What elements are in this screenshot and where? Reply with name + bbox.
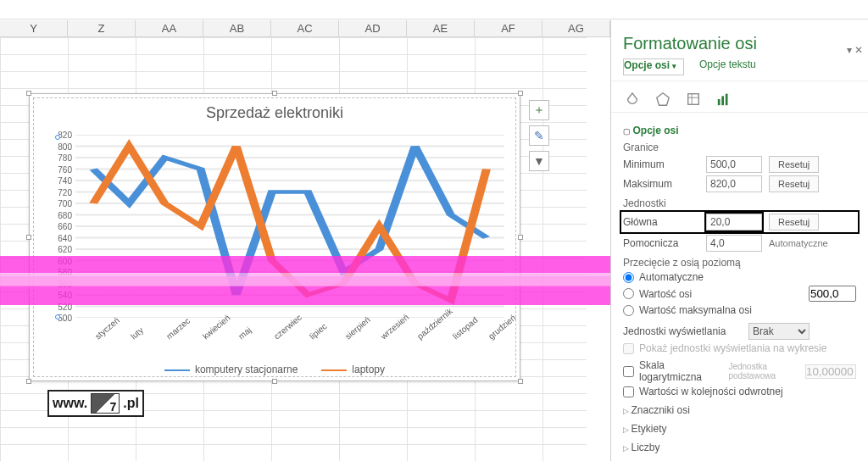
axis-options-icon[interactable]: [715, 90, 733, 108]
tab-text-options[interactable]: Opcje tekstu: [699, 58, 756, 75]
chart-filter-button[interactable]: ▼: [529, 151, 549, 171]
y-tick: 560: [58, 279, 72, 288]
svg-rect-19: [718, 99, 721, 105]
effects-icon[interactable]: [654, 90, 672, 108]
logo-icon: [91, 393, 120, 414]
column-header[interactable]: AB: [203, 20, 271, 36]
label-display-units: Jednostki wyświetlania: [623, 325, 742, 337]
column-header[interactable]: AA: [136, 20, 203, 36]
reset-major-button[interactable]: Resetuj: [769, 214, 819, 230]
y-axis[interactable]: 5005205405605806006206406606807007207407…: [42, 135, 75, 318]
x-tick: lipiec: [308, 321, 329, 341]
watermark: www. .pl: [47, 390, 144, 417]
y-tick: 700: [58, 199, 72, 208]
input-minimum[interactable]: [706, 156, 762, 173]
size-icon[interactable]: [684, 90, 703, 108]
label-major-unit: Główna: [623, 216, 699, 228]
column-header[interactable]: Z: [68, 20, 136, 36]
radio-cross-max[interactable]: Wartość maksymalna osi: [623, 304, 856, 316]
column-header[interactable]: AE: [407, 20, 475, 36]
section-axis-options[interactable]: Opcje osi: [623, 125, 856, 136]
reset-maximum-button[interactable]: Resetuj: [769, 175, 819, 192]
y-tick: 740: [58, 176, 72, 186]
chart-add-button[interactable]: ＋: [529, 100, 549, 120]
subhead-cross: Przecięcie z osią poziomą: [623, 257, 856, 269]
section-numbers[interactable]: Liczby: [623, 442, 856, 453]
column-header[interactable]: AD: [339, 20, 407, 36]
section-tickmarks[interactable]: Znaczniki osi: [623, 404, 856, 416]
svg-rect-21: [726, 94, 728, 106]
subhead-bounds: Granice: [623, 142, 856, 153]
input-minor-unit[interactable]: [706, 235, 762, 252]
x-tick: sierpień: [343, 314, 372, 341]
y-tick: 540: [58, 291, 72, 300]
input-maximum[interactable]: [706, 175, 762, 192]
svg-rect-18: [688, 94, 699, 105]
x-tick: kwiecień: [201, 313, 231, 341]
radio-cross-value[interactable]: Wartość osi: [623, 286, 856, 302]
tab-axis-options[interactable]: Opcje osi: [623, 58, 684, 75]
chart-element-tools: ＋ ✎ ▼: [529, 100, 549, 171]
legend-item[interactable]: laptopy: [321, 364, 385, 375]
input-cross-value[interactable]: [809, 286, 856, 302]
column-header[interactable]: AC: [271, 20, 339, 36]
plot-area[interactable]: [75, 135, 504, 318]
pane-close-icon[interactable]: ▾ ✕: [847, 44, 863, 56]
legend[interactable]: komputery stacjonarne laptopy: [30, 364, 520, 375]
column-header[interactable]: Y: [0, 20, 68, 36]
section-labels[interactable]: Etykiety: [623, 423, 856, 435]
y-tick: 780: [58, 153, 72, 163]
y-tick: 520: [58, 302, 72, 311]
x-tick: listopad: [451, 315, 479, 342]
x-tick: maj: [236, 325, 253, 342]
svg-rect-20: [721, 96, 724, 105]
format-axis-pane: ▾ ✕ Formatowanie osi Opcje osi Opcje tek…: [610, 20, 868, 461]
check-show-units: Pokaż jednostki wyświetlania na wykresie: [623, 342, 856, 354]
x-tick: luty: [129, 325, 145, 341]
chart-style-button[interactable]: ✎: [529, 125, 549, 146]
label-maximum: Maksimum: [623, 178, 699, 190]
check-log-scale[interactable]: Skala logarytmiczna Jednostka podstawowa: [623, 359, 856, 383]
x-tick: grudzień: [487, 313, 517, 341]
pane-category-icons: [611, 81, 868, 113]
y-tick: 660: [58, 222, 72, 231]
column-header[interactable]: AG: [542, 20, 610, 36]
y-tick: 680: [58, 210, 72, 219]
reset-minimum-button[interactable]: Resetuj: [769, 156, 819, 173]
label-minor-unit: Pomocnicza: [623, 237, 699, 249]
y-tick: 720: [58, 187, 72, 197]
x-tick: styczeń: [93, 315, 121, 341]
legend-item[interactable]: komputery stacjonarne: [164, 364, 298, 375]
minor-auto-label: Automatyczne: [769, 238, 828, 248]
input-major-unit[interactable]: [706, 214, 762, 230]
chart-container[interactable]: Sprzedaż elektroniki 5005205405605806006…: [29, 93, 520, 381]
y-tick: 800: [58, 142, 72, 151]
check-reverse-order[interactable]: Wartości w kolejności odwrotnej: [623, 386, 856, 397]
y-tick: 580: [58, 268, 72, 277]
column-header[interactable]: AF: [475, 20, 542, 36]
y-tick: 620: [58, 245, 72, 254]
fill-icon[interactable]: [623, 90, 642, 108]
y-tick: 640: [58, 233, 72, 242]
subhead-units: Jednostki: [623, 197, 856, 209]
select-display-units[interactable]: Brak: [748, 323, 810, 340]
svg-marker-17: [657, 93, 669, 105]
radio-cross-auto[interactable]: Automatyczne: [623, 271, 856, 283]
y-tick: 760: [58, 164, 72, 174]
x-axis[interactable]: styczeńlutymarzeckwiecieńmajczerwieclipi…: [75, 318, 504, 343]
input-log-base: [805, 364, 856, 379]
x-tick: marzec: [164, 316, 192, 342]
chart-title[interactable]: Sprzedaż elektroniki: [30, 94, 520, 125]
pane-title: Formatowanie osi: [623, 34, 856, 53]
label-minimum: Minimum: [623, 158, 699, 170]
y-tick: 600: [58, 256, 72, 265]
